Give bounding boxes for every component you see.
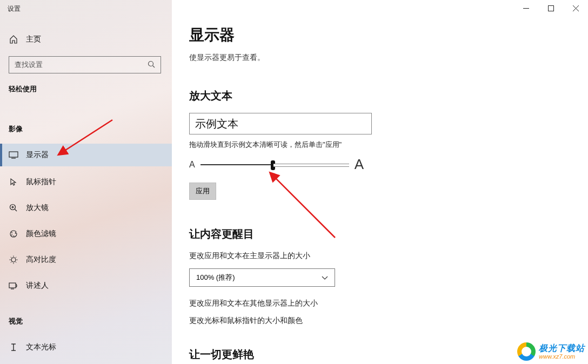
section-ease-of-access: 轻松使用 (9, 84, 37, 94)
text-size-slider[interactable] (201, 164, 349, 165)
svg-rect-26 (548, 5, 553, 11)
scale-description: 更改应用和文本在主显示器上的大小 (189, 251, 571, 261)
text-cursor-icon (9, 343, 18, 352)
svg-point-11 (11, 258, 16, 262)
dropdown-value: 100% (推荐) (196, 273, 235, 282)
section-visual: 视觉 (9, 316, 23, 326)
watermark-logo-icon (517, 342, 536, 361)
slider-min-icon: A (189, 160, 195, 170)
sidebar-item-label: 文本光标 (26, 342, 56, 352)
page-subtitle: 使显示器更易于查看。 (189, 53, 571, 63)
text-size-slider-row: A A (189, 156, 571, 173)
settings-window: 设置 主页 查找设置 轻松使用 影像 显示器 鼠标指针 (0, 0, 588, 364)
app-title: 设置 (8, 4, 21, 14)
svg-point-10 (14, 235, 15, 237)
sidebar-item-label: 颜色滤镜 (26, 229, 56, 239)
svg-point-0 (149, 61, 153, 66)
slider-max-icon: A (355, 156, 364, 173)
maximize-button[interactable] (538, 0, 563, 16)
svg-line-18 (11, 262, 11, 262)
apply-button[interactable]: 应用 (189, 183, 216, 200)
minimize-button[interactable] (513, 0, 538, 16)
vivid-heading: 让一切更鲜艳 (189, 347, 571, 362)
home-link[interactable]: 主页 (9, 35, 41, 44)
window-controls (513, 0, 588, 16)
svg-line-7 (15, 210, 17, 212)
sidebar-item-label: 高对比度 (26, 255, 56, 265)
svg-rect-20 (9, 283, 16, 288)
svg-line-1 (153, 65, 155, 68)
main-content: 显示器 使显示器更易于查看。 放大文本 示例文本 拖动滑块直到示例文本清晰可读，… (172, 0, 588, 364)
svg-line-16 (11, 257, 11, 258)
section-vision: 影像 (9, 124, 23, 134)
sidebar-item-high-contrast[interactable]: 高对比度 (0, 248, 172, 271)
search-placeholder: 查找设置 (15, 60, 43, 70)
home-label: 主页 (26, 35, 41, 44)
watermark: 极光下载站 www.xz7.com (517, 342, 585, 361)
search-input[interactable]: 查找设置 (9, 56, 161, 73)
display-scale-dropdown[interactable]: 100% (推荐) (189, 268, 335, 287)
page-title: 显示器 (189, 25, 571, 45)
sidebar-item-label: 显示器 (26, 150, 49, 160)
prominent-heading: 让内容更醒目 (189, 227, 571, 241)
svg-point-9 (11, 234, 12, 235)
narrator-icon (9, 282, 18, 289)
sidebar-item-pointer[interactable]: 鼠标指针 (0, 171, 172, 193)
svg-line-19 (16, 257, 16, 258)
watermark-name: 极光下载站 (539, 343, 585, 353)
sidebar-item-magnifier[interactable]: 放大镜 (0, 197, 172, 219)
search-icon (148, 60, 155, 70)
sidebar-item-label: 鼠标指针 (26, 177, 56, 187)
contrast-icon (9, 255, 18, 264)
close-button[interactable] (563, 0, 588, 16)
slider-instruction: 拖动滑块直到示例文本清晰可读，然后单击"应用" (189, 140, 571, 150)
svg-point-8 (11, 232, 12, 233)
palette-icon (9, 230, 18, 238)
enlarge-text-heading: 放大文本 (189, 89, 571, 103)
display-icon (9, 151, 18, 159)
other-display-description: 更改应用和文本在其他显示器上的大小 (189, 299, 571, 308)
slider-thumb[interactable] (271, 160, 275, 170)
sidebar-item-color-filter[interactable]: 颜色滤镜 (0, 223, 172, 245)
sidebar-item-text-cursor[interactable]: 文本光标 (0, 336, 172, 359)
sidebar-item-display[interactable]: 显示器 (0, 144, 172, 166)
apply-button-label: 应用 (196, 186, 210, 196)
home-icon (9, 35, 18, 44)
pointer-icon (9, 178, 18, 186)
svg-line-17 (16, 262, 16, 262)
sidebar: 设置 主页 查找设置 轻松使用 影像 显示器 鼠标指针 (0, 0, 172, 364)
chevron-down-icon (322, 274, 328, 282)
sidebar-item-label: 放大镜 (26, 203, 49, 213)
sample-text-box: 示例文本 (189, 113, 372, 134)
cursor-description: 更改光标和鼠标指针的大小和颜色 (189, 316, 571, 326)
watermark-url: www.xz7.com (539, 353, 585, 360)
svg-rect-2 (9, 152, 18, 157)
magnifier-icon (9, 204, 18, 212)
sample-text: 示例文本 (195, 117, 238, 131)
sidebar-item-label: 讲述人 (26, 281, 49, 291)
sidebar-item-narrator[interactable]: 讲述人 (0, 274, 172, 297)
